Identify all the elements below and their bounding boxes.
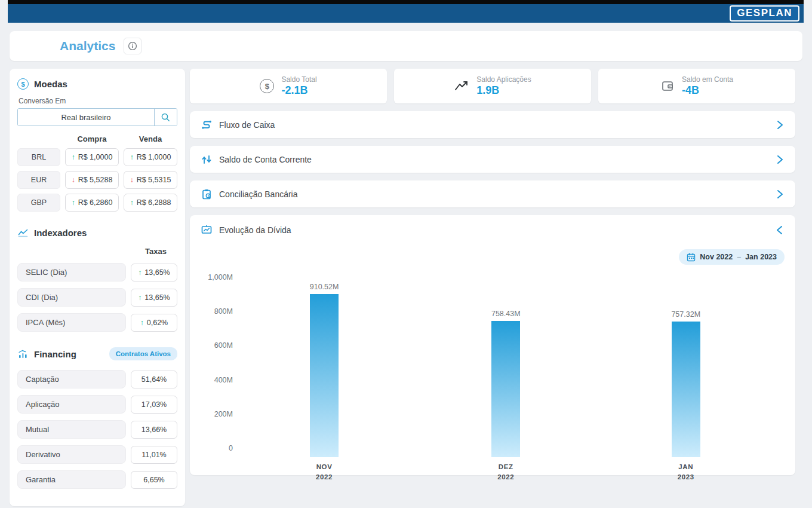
stat-value: -2.1B	[281, 84, 316, 97]
x-axis-label: NOV 2022	[316, 462, 333, 482]
info-button[interactable]	[124, 38, 142, 54]
search-button[interactable]	[154, 109, 177, 126]
y-axis: 1,000M 800M 600M 400M 200M 0	[201, 273, 242, 452]
cash-flow-icon	[201, 119, 213, 131]
financing-row: Aplicação 17,03%	[17, 395, 177, 414]
chevron-right-icon[interactable]	[775, 154, 785, 165]
indexadores-title: Indexadores	[34, 228, 87, 238]
main-area: $ Saldo Total -2.1B Saldo Aplicações 1.9…	[190, 69, 795, 475]
trend-arrow-icon: ↑	[72, 153, 75, 161]
bar-chart-trend-icon	[17, 348, 29, 360]
date-range-end: Jan 2023	[745, 253, 777, 261]
section-conciliacao-bancaria[interactable]: Conciliação Bancária	[190, 180, 795, 207]
top-navbar: GESPLAN	[8, 4, 804, 23]
financing-row: Captação 51,64%	[17, 370, 177, 388]
col-header-taxas: Taxas	[17, 247, 167, 256]
x-axis-label: DEZ 2022	[497, 462, 514, 482]
dollar-circle-icon: $	[260, 79, 274, 93]
x-axis-label: JAN 2023	[678, 462, 694, 482]
trend-arrow-icon: ↑	[138, 268, 142, 277]
chevron-right-icon[interactable]	[775, 120, 785, 130]
index-value: ↑ 0,62%	[131, 314, 177, 332]
currency-code: EUR	[17, 171, 60, 189]
currency-buy-value: ↓ R$ 5,5288	[65, 171, 119, 189]
stat-card-saldo-aplicacoes: Saldo Aplicações 1.9B	[394, 69, 591, 103]
window-top-strip	[8, 0, 804, 4]
financing-label: Derivativo	[17, 445, 126, 464]
section-saldo-de-conta-corrente[interactable]: Saldo de Conta Corrente	[190, 146, 795, 173]
presentation-chart-icon	[201, 224, 213, 236]
section-fluxo-de-caixa[interactable]: Fluxo de Caixa	[190, 111, 795, 138]
index-label: SELIC (Dia)	[17, 263, 126, 281]
trend-arrow-icon: ↑	[130, 198, 134, 207]
financing-label: Captação	[17, 370, 126, 388]
section-label: Conciliação Bancária	[219, 189, 775, 199]
section-label: Fluxo de Caixa	[219, 120, 775, 130]
financing-row: Garantia 6,65%	[17, 470, 177, 489]
swap-vertical-icon	[201, 154, 213, 166]
financing-value: 51,64%	[131, 371, 177, 388]
currency-code: BRL	[17, 148, 60, 166]
financing-value: 6,65%	[131, 471, 177, 489]
stat-label: Saldo em Conta	[682, 75, 733, 84]
gesplan-logo: GESPLAN	[730, 5, 799, 22]
index-value: ↑ 13,65%	[131, 289, 177, 307]
bar-group-jan-2023: 757.32M JAN 2023	[672, 278, 700, 457]
bar-dez-2022[interactable]	[491, 321, 520, 457]
stat-value: -4B	[682, 84, 733, 97]
currency-search	[17, 108, 177, 126]
currency-buy-value: ↑ R$ 1,0000	[65, 148, 119, 166]
conversion-label: Conversão Em	[19, 97, 177, 105]
debt-section-header[interactable]: Evolução da Dívida	[201, 224, 785, 236]
y-tick: 800M	[214, 307, 233, 316]
financing-section-header: Financing	[17, 348, 76, 360]
stats-row: $ Saldo Total -2.1B Saldo Aplicações 1.9…	[190, 69, 795, 103]
financing-label: Aplicação	[17, 395, 126, 414]
date-range-separator: –	[737, 253, 741, 261]
line-chart-icon	[17, 227, 29, 238]
financing-value: 11,01%	[131, 446, 177, 464]
calendar-icon	[687, 253, 696, 262]
y-tick: 600M	[214, 341, 233, 350]
bar-jan-2023[interactable]	[672, 322, 700, 457]
date-range-badge[interactable]: Nov 2022 – Jan 2023	[679, 249, 785, 265]
plot-area: 910.52M NOV 2022 758.43M DEZ 2022	[242, 278, 785, 457]
currency-search-input[interactable]	[18, 109, 154, 126]
y-tick: 400M	[214, 376, 233, 384]
stat-card-saldo-em-conta: Saldo em Conta -4B	[598, 69, 795, 103]
trend-arrow-icon: ↑	[138, 293, 142, 302]
bar-nov-2022[interactable]	[310, 294, 339, 457]
financing-value: 17,03%	[131, 396, 177, 414]
chevron-left-icon[interactable]	[775, 225, 785, 235]
trending-up-icon	[454, 79, 469, 93]
dollar-circle-icon: $	[17, 78, 29, 90]
bar-value-label: 758.43M	[491, 310, 521, 318]
bar-group-nov-2022: 910.52M NOV 2022	[310, 278, 339, 457]
chevron-right-icon[interactable]	[775, 189, 785, 200]
debt-bar-chart: 1,000M 800M 600M 400M 200M 0 910.52M NOV…	[201, 278, 785, 457]
col-header-compra: Compra	[65, 134, 119, 143]
currency-sell-value: ↓ R$ 5,5315	[124, 171, 177, 189]
financing-value: 13,66%	[131, 421, 177, 439]
financing-label: Mutual	[17, 420, 126, 439]
currency-sell-value: ↑ R$ 1,0000	[124, 148, 177, 166]
moedas-title: Moedas	[34, 79, 67, 89]
bar-group-dez-2022: 758.43M DEZ 2022	[491, 278, 520, 457]
trend-arrow-icon: ↓	[130, 176, 134, 184]
financing-row: Mutual 13,66%	[17, 420, 177, 439]
trend-arrow-icon: ↓	[72, 176, 75, 184]
contratos-ativos-badge[interactable]: Contratos Ativos	[109, 347, 177, 360]
currency-buy-value: ↑ R$ 6,2860	[65, 194, 119, 212]
bar-value-label: 757.32M	[671, 310, 700, 319]
index-label: CDI (Dia)	[17, 288, 126, 307]
trend-arrow-icon: ↑	[72, 198, 75, 207]
index-row: SELIC (Dia) ↑ 13,65%	[17, 263, 177, 281]
y-tick: 0	[229, 444, 233, 452]
trend-arrow-icon: ↑	[140, 319, 144, 327]
y-tick: 1,000M	[208, 273, 233, 281]
financing-section: Financing Contratos Ativos Captação 51,6…	[17, 347, 177, 489]
info-icon	[128, 41, 137, 51]
index-row: CDI (Dia) ↑ 13,65%	[17, 288, 177, 307]
analytics-header-card: Analytics	[10, 31, 802, 61]
financing-row: Derivativo 11,01%	[17, 445, 177, 464]
